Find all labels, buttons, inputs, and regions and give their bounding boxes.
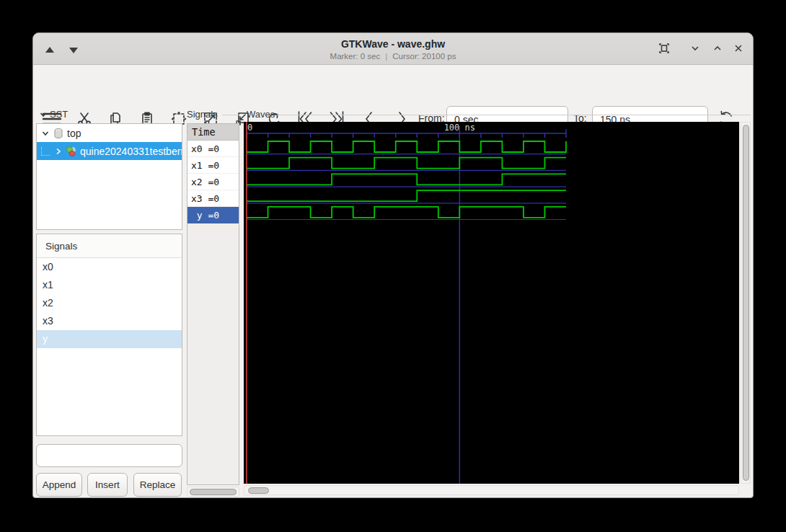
chevron-up-icon [712, 43, 723, 56]
tree-item-label: top [67, 128, 81, 139]
minimize-button[interactable] [687, 42, 703, 58]
gtkwave-window: GTKWave - wave.ghw Marker: 0 sec|Cursor:… [32, 32, 754, 498]
waves-frame-line [277, 115, 751, 115]
value-rows: x0 =0x1 =0x2 =0x3 =0 y =0 [187, 141, 239, 223]
status-separator: | [385, 52, 387, 61]
cursor-status: Cursor: 20100 ps [392, 52, 456, 61]
close-button[interactable] [730, 42, 746, 58]
insert-button[interactable]: Insert [87, 473, 128, 497]
marker-status: Marker: 0 sec [330, 52, 381, 61]
fullscreen-button[interactable] [656, 42, 672, 58]
expander-chevron-icon [40, 128, 50, 138]
waves-hscrollbar[interactable] [244, 485, 739, 495]
append-button[interactable]: Append [36, 473, 82, 497]
replace-button[interactable]: Replace [133, 473, 182, 497]
collapsed-chevron-icon[interactable] [53, 146, 63, 156]
waveform-svg: 0100 ns [244, 122, 739, 484]
value-row-x0[interactable]: x0 =0 [187, 141, 239, 157]
screenshot-stage: GTKWave - wave.ghw Marker: 0 sec|Cursor:… [0, 0, 786, 532]
sst-label: SST [50, 109, 68, 120]
value-row-x3[interactable]: x3 =0 [187, 190, 239, 207]
titlebar[interactable]: GTKWave - wave.ghw Marker: 0 sec|Cursor:… [33, 33, 753, 65]
tree-guide-line [41, 147, 50, 156]
timeline-label: 0 [247, 123, 252, 133]
wave-y [247, 207, 566, 218]
signal-list-item-x0[interactable]: x0 [37, 258, 182, 276]
values-frame-label: Signals [187, 109, 218, 120]
wave-x1 [247, 158, 566, 169]
waves-vscrollbar[interactable] [741, 122, 751, 484]
values-panel: Time x0 =0x1 =0x2 =0x3 =0 y =0 [187, 123, 239, 485]
tree-item-top[interactable]: top [37, 124, 182, 142]
maximize-button[interactable] [710, 42, 725, 58]
sst-tree[interactable]: topquine20240331testbench [36, 123, 182, 230]
values-frame-line [222, 115, 239, 115]
signal-list-header[interactable]: Signals [37, 234, 182, 258]
signal-list-item-x2[interactable]: x2 [37, 294, 182, 312]
tree-item-quine20240331testbench[interactable]: quine20240331testbench [37, 142, 182, 160]
signal-list-panel: Signals x0x1x2x3y [36, 234, 182, 436]
value-row-y[interactable]: y =0 [187, 207, 239, 223]
signal-list-item-y[interactable]: y [37, 330, 182, 348]
sst-expander[interactable]: SST [39, 109, 68, 120]
fullscreen-icon [658, 43, 670, 57]
wave-x2 [247, 174, 566, 185]
cylinder-icon [53, 128, 64, 139]
value-row-x1[interactable]: x1 =0 [187, 157, 239, 174]
statusline: Marker: 0 sec|Cursor: 20100 ps [33, 52, 753, 61]
wave-x0 [247, 141, 566, 152]
waves-vscrollbar-thumb[interactable] [743, 125, 749, 481]
signal-list-rows: x0x1x2x3y [37, 258, 182, 348]
window-title: GTKWave - wave.ghw [33, 38, 753, 50]
toolbar: From: To: [33, 65, 753, 108]
chevron-down-icon [690, 43, 700, 56]
tree-item-label: quine20240331testbench [80, 146, 182, 157]
value-row-x2[interactable]: x2 =0 [187, 174, 239, 190]
values-hscrollbar[interactable] [187, 487, 239, 497]
component-icon [66, 146, 77, 157]
expander-chevron-icon [39, 110, 48, 119]
wave-canvas[interactable]: 0100 ns [244, 122, 739, 484]
waves-frame-label: Waves [247, 109, 275, 120]
signal-list-item-x3[interactable]: x3 [37, 312, 182, 330]
search-input[interactable] [48, 449, 182, 462]
signal-list-item-x1[interactable]: x1 [37, 276, 182, 294]
close-icon [733, 43, 743, 56]
values-hscrollbar-thumb[interactable] [190, 489, 237, 495]
wave-x3 [247, 190, 566, 201]
waves-hscrollbar-thumb[interactable] [248, 487, 269, 494]
time-header[interactable]: Time [187, 124, 239, 141]
signal-search[interactable] [36, 444, 182, 467]
